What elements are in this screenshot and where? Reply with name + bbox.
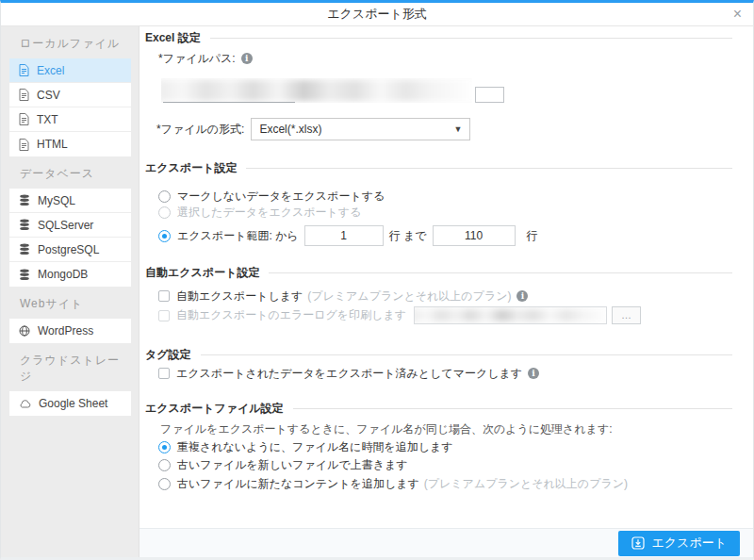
- dialog-titlebar: エクスポート形式 ×: [1, 3, 753, 26]
- radio-disabled: [158, 206, 171, 219]
- sidebar-header-website: Webサイト: [9, 287, 131, 319]
- sidebar-item-csv[interactable]: CSV: [9, 83, 131, 107]
- database-icon: [19, 194, 30, 206]
- checkbox-disabled: [158, 310, 170, 321]
- sidebar-item-txt[interactable]: TXT: [9, 107, 131, 132]
- file-option-overwrite[interactable]: 古いファイルを新しいファイルで上書きます: [158, 457, 408, 472]
- radio-checked[interactable]: [158, 230, 171, 242]
- file-path-label: *ファイルパス:: [158, 51, 236, 67]
- sidebar-item-label: WordPress: [38, 324, 93, 338]
- section-title-auto-export: 自動エクスポート設定: [145, 265, 732, 280]
- section-title-tag: タグ設定: [145, 347, 732, 362]
- file-format-value: Excel(*.xlsx): [259, 123, 321, 136]
- error-log-checkbox-row[interactable]: 自動エクスポートのエラーログを印刷します …: [158, 306, 641, 324]
- export-format-dialog: エクスポート形式 × ローカルファイル Excel: [0, 0, 754, 560]
- file-path-browse-button[interactable]: [475, 87, 504, 103]
- radio-unchecked[interactable]: [158, 190, 171, 203]
- cloud-icon: [19, 399, 31, 408]
- file-format-select[interactable]: Excel(*.xlsx) ▼: [251, 118, 470, 140]
- radio-unchecked[interactable]: [158, 459, 171, 471]
- range-to-input[interactable]: [433, 225, 516, 246]
- auto-export-checkbox-row[interactable]: 自動エクスポートします (プレミアムプランとそれ以上のプラン) i: [158, 288, 528, 304]
- sidebar-item-label: MongoDB: [38, 268, 88, 281]
- sidebar-item-label: TXT: [37, 113, 58, 126]
- sidebar-item-label: Google Sheet: [39, 397, 107, 410]
- export-option-range[interactable]: エクスポート範囲: から 行 まで 行: [158, 224, 538, 247]
- error-log-browse-button[interactable]: …: [612, 306, 641, 324]
- file-option-append[interactable]: 古いファイルに新たなコンテントを追加します (プレミアムプランとそれ以上のプラン…: [158, 476, 628, 491]
- sidebar-item-label: CSV: [37, 89, 60, 102]
- section-rule: [293, 408, 732, 409]
- sidebar-group-local: ローカルファイル Excel CSV: [9, 33, 131, 156]
- premium-note: (プレミアムプランとそれ以上のプラン): [307, 288, 511, 305]
- mark-exported-checkbox-row[interactable]: エクスポートされたデータをエクスポート済みとしてマークします i: [158, 366, 539, 381]
- file-format-row: *ファイルの形式: Excel(*.xlsx) ▼: [156, 118, 470, 140]
- sidebar-item-excel[interactable]: Excel: [9, 58, 131, 83]
- sidebar-item-label: MySQL: [38, 194, 75, 207]
- globe-icon: [19, 325, 30, 337]
- sidebar-group-cloud: クラウドストレージ Google Sheet: [9, 343, 131, 416]
- settings-content: Excel 設定 *ファイルパス: i *ファイルの形式: Excel(*.xl…: [139, 26, 753, 528]
- file-path-input[interactable]: [161, 78, 472, 103]
- file-icon: [19, 113, 29, 125]
- sidebar-header-database: データベース: [9, 156, 131, 189]
- section-rule: [201, 354, 732, 355]
- sidebar-item-mysql[interactable]: MySQL: [9, 189, 131, 213]
- dialog-title: エクスポート形式: [327, 6, 427, 23]
- section-rule: [269, 272, 732, 273]
- section-title-export: エクスポート設定: [145, 160, 732, 175]
- main-panel: Excel 設定 *ファイルパス: i *ファイルの形式: Excel(*.xl…: [139, 26, 753, 557]
- close-icon[interactable]: ×: [733, 4, 742, 25]
- file-icon: [19, 89, 29, 101]
- premium-note: (プレミアムプランとそれ以上のプラン): [424, 476, 628, 492]
- database-icon: [19, 219, 30, 231]
- sidebar-item-google-sheet[interactable]: Google Sheet: [9, 391, 131, 416]
- sidebar-item-label: PostgreSQL: [38, 243, 99, 256]
- error-log-path-input[interactable]: [414, 306, 607, 324]
- sidebar-item-label: Excel: [37, 64, 64, 77]
- sidebar-header-cloud: クラウドストレージ: [9, 343, 131, 391]
- sidebar-group-database: データベース MySQL SQLServer: [9, 156, 131, 287]
- sidebar-item-html[interactable]: HTML: [9, 132, 131, 156]
- export-button[interactable]: エクスポート: [618, 531, 740, 556]
- export-option-unmarked[interactable]: マークしないデータをエクスポートする: [158, 189, 385, 204]
- section-title-excel: Excel 設定: [145, 30, 732, 45]
- checkbox-unchecked[interactable]: [158, 368, 170, 379]
- sidebar-item-postgresql[interactable]: PostgreSQL: [9, 238, 131, 262]
- sidebar-item-wordpress[interactable]: WordPress: [9, 319, 131, 343]
- radio-unchecked[interactable]: [158, 478, 171, 490]
- database-icon: [19, 269, 30, 281]
- info-icon[interactable]: i: [241, 53, 253, 64]
- sidebar-group-website: Webサイト WordPress: [9, 287, 131, 343]
- export-option-selected-data[interactable]: 選択したデータをエクスポートする: [158, 205, 361, 220]
- file-icon: [19, 139, 29, 151]
- sidebar-header-local: ローカルファイル: [9, 33, 131, 58]
- file-conflict-description: ファイルをエクスポートするときに、ファイル名が同じ場合、次のように処理されます:: [160, 421, 613, 436]
- section-rule: [246, 168, 732, 169]
- section-rule: [210, 38, 732, 39]
- info-icon[interactable]: i: [528, 368, 539, 379]
- file-option-timestamp[interactable]: 重複されないように、ファイル名に時間を追加します: [158, 439, 453, 454]
- file-icon: [19, 64, 29, 76]
- checkbox-unchecked[interactable]: [158, 290, 170, 302]
- sidebar-item-sqlserver[interactable]: SQLServer: [9, 213, 131, 238]
- radio-checked[interactable]: [158, 441, 171, 453]
- database-icon: [19, 243, 30, 255]
- range-from-input[interactable]: [304, 225, 384, 246]
- footer-bar: エクスポート: [139, 528, 753, 557]
- info-icon[interactable]: i: [516, 290, 528, 302]
- section-title-export-file: エクスポートファイル設定: [145, 401, 732, 416]
- sidebar: ローカルファイル Excel CSV: [1, 26, 139, 557]
- sidebar-item-label: HTML: [37, 138, 68, 151]
- export-icon: [631, 536, 645, 550]
- file-format-label: *ファイルの形式:: [156, 122, 244, 138]
- chevron-down-icon: ▼: [454, 124, 463, 134]
- sidebar-item-label: SQLServer: [38, 219, 93, 232]
- sidebar-item-mongodb[interactable]: MongoDB: [9, 262, 131, 287]
- file-path-row: *ファイルパス: i: [158, 51, 253, 66]
